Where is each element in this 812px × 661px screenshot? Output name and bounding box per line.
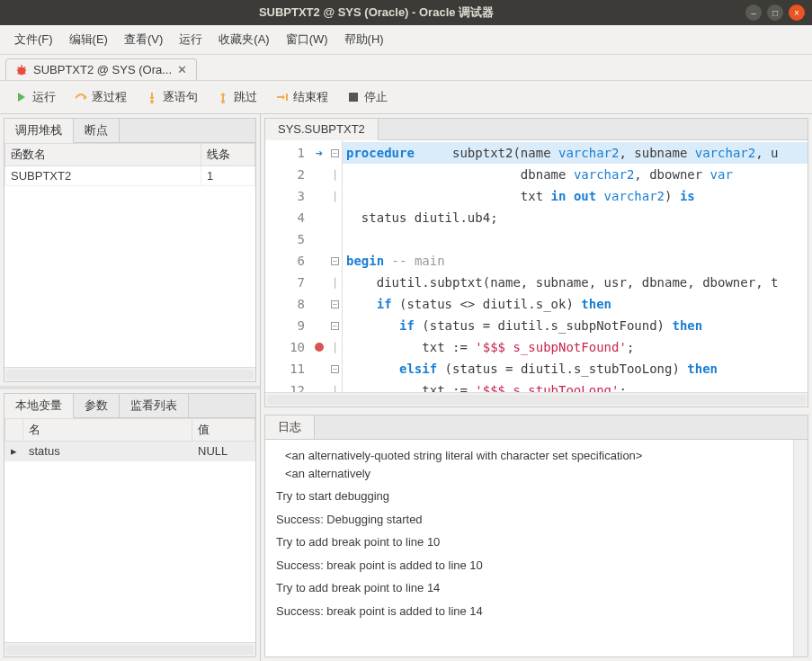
stack-row[interactable]: SUBPTXT2 1 — [5, 166, 255, 186]
svg-line-4 — [18, 67, 20, 68]
menu-window[interactable]: 窗口(W) — [279, 29, 335, 50]
menu-view[interactable]: 查看(V) — [117, 29, 170, 50]
editor-h-scrollbar[interactable] — [265, 392, 808, 406]
row-indicator-icon: ▸ — [5, 442, 23, 461]
close-tab-icon[interactable]: ✕ — [177, 63, 187, 76]
stop-arrow-icon — [275, 90, 290, 104]
tab-log[interactable]: 日志 — [265, 415, 315, 439]
menu-edit[interactable]: 编辑(E) — [62, 29, 115, 50]
call-stack-panel: 调用堆栈 断点 函数名 线条 SUBPTXT2 1 — [4, 118, 256, 382]
close-button[interactable]: × — [789, 4, 805, 21]
document-tab-label: SUBPTXT2 @ SYS (Ora... — [33, 63, 172, 76]
window-controls: – □ × — [745, 4, 805, 21]
window-title: SUBPTXT2 @ SYS (Oracle) - Oracle 调试器 — [7, 4, 745, 21]
menu-run[interactable]: 运行 — [172, 29, 210, 50]
fold-minus-icon[interactable]: − — [331, 322, 339, 330]
svg-rect-11 — [349, 93, 358, 102]
step-out-button[interactable]: 跳过 — [209, 86, 264, 108]
call-stack-tabs: 调用堆栈 断点 — [4, 119, 255, 143]
log-v-scrollbar[interactable] — [793, 440, 808, 657]
stop-button[interactable]: 结束程 — [268, 86, 335, 108]
code-area[interactable]: 1234 5678 9101112 ➔ − ││ − │ − — [265, 140, 808, 392]
fold-gutter[interactable]: − ││ − │ − − │ − │ — [328, 140, 343, 392]
minimize-button[interactable]: – — [745, 4, 762, 21]
breakpoint-icon[interactable] — [315, 343, 324, 352]
locals-grid[interactable]: 名 值 ▸ status NULL — [4, 418, 255, 642]
maximize-button[interactable]: □ — [767, 4, 783, 21]
log-output[interactable]: <an alternatively-quoted string literal … — [265, 440, 793, 657]
play-icon — [14, 90, 29, 104]
document-tab-bar: SUBPTXT2 @ SYS (Ora... ✕ — [0, 55, 812, 80]
col-line[interactable]: 线条 — [201, 144, 255, 166]
svg-point-9 — [221, 100, 225, 103]
code-editor-panel: SYS.SUBPTXT2 1234 5678 9101112 ➔ − ││ — [264, 118, 808, 407]
document-tab[interactable]: SUBPTXT2 @ SYS (Ora... ✕ — [5, 58, 197, 80]
svg-point-8 — [150, 100, 154, 103]
col-value[interactable]: 值 — [192, 419, 255, 442]
col-name[interactable]: 名 — [23, 419, 192, 442]
left-column: 调用堆栈 断点 函数名 线条 SUBPTXT2 1 — [0, 114, 261, 661]
main-area: 调用堆栈 断点 函数名 线条 SUBPTXT2 1 — [0, 114, 812, 661]
tab-breakpoints[interactable]: 断点 — [74, 119, 120, 142]
step-over-icon — [74, 90, 88, 104]
tab-parameters[interactable]: 参数 — [74, 394, 120, 417]
menu-bar: 文件(F) 编辑(E) 查看(V) 运行 收藏夹(A) 窗口(W) 帮助(H) — [0, 25, 812, 55]
code-lines[interactable]: procedure subptxt2(name varchar2, subnam… — [343, 140, 808, 392]
call-stack-grid[interactable]: 函数名 线条 SUBPTXT2 1 — [4, 143, 255, 367]
horizontal-splitter[interactable] — [0, 386, 260, 389]
tab-call-stack[interactable]: 调用堆栈 — [4, 119, 74, 143]
locals-tabs: 本地变量 参数 监看列表 — [4, 394, 255, 418]
right-column: SYS.SUBPTXT2 1234 5678 9101112 ➔ − ││ — [261, 114, 812, 661]
step-into-icon — [145, 90, 159, 104]
log-panel: 日志 <an alternatively-quoted string liter… — [264, 415, 808, 657]
current-line-arrow-icon: ➔ — [316, 146, 323, 160]
fold-minus-icon[interactable]: − — [331, 257, 339, 265]
tab-watch-list[interactable]: 监看列表 — [120, 394, 189, 417]
menu-bookmarks[interactable]: 收藏夹(A) — [211, 29, 276, 50]
marker-gutter[interactable]: ➔ — [310, 140, 328, 392]
svg-line-5 — [24, 67, 26, 68]
col-func-name[interactable]: 函数名 — [5, 144, 201, 166]
h-scrollbar[interactable] — [4, 367, 255, 381]
local-row[interactable]: ▸ status NULL — [5, 442, 255, 461]
h-scrollbar[interactable] — [4, 642, 255, 657]
title-bar: SUBPTXT2 @ SYS (Oracle) - Oracle 调试器 – □… — [0, 0, 812, 25]
tab-local-vars[interactable]: 本地变量 — [4, 394, 74, 418]
log-tabs: 日志 — [265, 415, 808, 440]
stop-square-icon — [346, 90, 361, 104]
bug-icon — [15, 64, 28, 76]
menu-help[interactable]: 帮助(H) — [337, 29, 391, 50]
line-gutter: 1234 5678 9101112 — [265, 140, 310, 392]
fold-minus-icon[interactable]: − — [331, 149, 339, 157]
fold-minus-icon[interactable]: − — [331, 300, 339, 308]
editor-tab[interactable]: SYS.SUBPTXT2 — [265, 119, 379, 140]
pause-button[interactable]: 停止 — [339, 86, 395, 108]
step-into-button[interactable]: 逐语句 — [138, 86, 205, 108]
step-out-icon — [216, 90, 230, 104]
run-button[interactable]: 运行 — [7, 86, 63, 108]
fold-minus-icon[interactable]: − — [331, 365, 339, 373]
editor-tabs: SYS.SUBPTXT2 — [265, 119, 808, 140]
debug-toolbar: 运行 逐过程 逐语句 跳过 结束程 停止 — [0, 80, 812, 114]
locals-panel: 本地变量 参数 监看列表 名 值 ▸ status NULL — [4, 393, 256, 657]
step-over-button[interactable]: 逐过程 — [67, 86, 134, 108]
svg-rect-10 — [286, 94, 288, 101]
menu-file[interactable]: 文件(F) — [7, 29, 60, 50]
